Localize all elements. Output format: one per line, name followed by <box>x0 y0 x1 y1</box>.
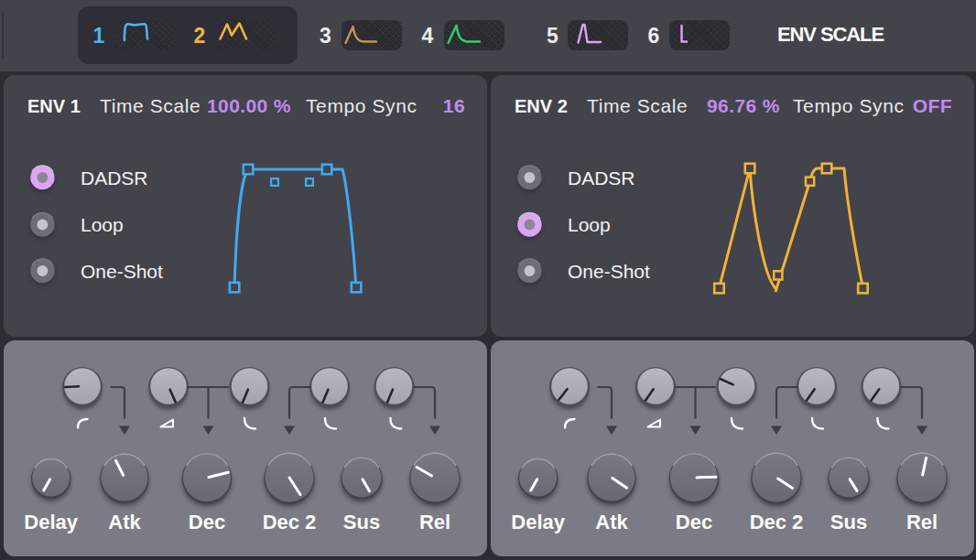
svg-text:DADSR: DADSR <box>568 167 635 188</box>
svg-text:Rel: Rel <box>906 511 938 533</box>
svg-text:Dec 2: Dec 2 <box>263 511 317 533</box>
svg-text:Dec 2: Dec 2 <box>750 511 804 533</box>
svg-text:Loop: Loop <box>568 214 611 235</box>
svg-text:One-Shot: One-Shot <box>568 261 650 282</box>
svg-text:Atk: Atk <box>108 511 141 533</box>
svg-text:Sus: Sus <box>830 511 867 533</box>
svg-text:Delay: Delay <box>24 511 78 533</box>
svg-text:Atk: Atk <box>595 511 628 533</box>
svg-text:DADSR: DADSR <box>81 167 148 188</box>
svg-text:Dec: Dec <box>189 511 225 533</box>
svg-text:Sus: Sus <box>343 511 380 533</box>
svg-text:Dec: Dec <box>676 511 712 533</box>
svg-text:Delay: Delay <box>511 511 565 533</box>
svg-text:Loop: Loop <box>81 214 124 235</box>
svg-text:Rel: Rel <box>419 511 450 533</box>
svg-text:One-Shot: One-Shot <box>81 261 163 282</box>
